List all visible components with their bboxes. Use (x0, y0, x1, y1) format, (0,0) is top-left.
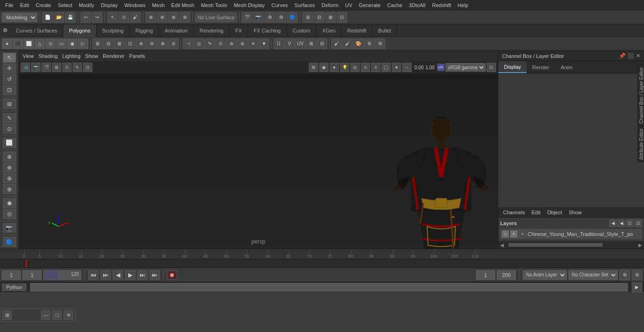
menu-modify[interactable]: Modify (75, 1, 97, 9)
paint5-button[interactable]: ⚙ (375, 39, 385, 49)
tab-animation[interactable]: Animation (159, 24, 194, 37)
torus-button[interactable]: ⊙ (45, 39, 56, 49)
char-set-select[interactable]: No Character Set (569, 270, 618, 280)
vp-menu-show[interactable]: Show (85, 53, 99, 59)
render1-button[interactable]: 🎬 (242, 12, 252, 23)
offset-button[interactable]: ⊛ (237, 39, 248, 49)
tab-rendering[interactable]: Rendering (194, 24, 230, 37)
tab-custom[interactable]: Custom (287, 24, 317, 37)
vt-btn-4[interactable]: ⊞ (52, 63, 61, 72)
marquee-btn[interactable]: ⬜ (3, 138, 16, 148)
menu-deform[interactable]: Deform (318, 1, 342, 9)
timeline-minibar[interactable]: 120 (43, 270, 81, 280)
vt-btn-2[interactable]: 📷 (31, 63, 41, 72)
vp-menu-shading[interactable]: Shading (39, 53, 58, 59)
cube-button[interactable]: ⬛ (13, 39, 23, 49)
range-start-input[interactable] (476, 270, 495, 280)
tab-sculpting[interactable]: Sculpting (97, 24, 130, 37)
sphere-button[interactable]: ● (2, 39, 12, 49)
uv2-button[interactable]: V (284, 39, 295, 49)
tab-rigging[interactable]: Rigging (130, 24, 159, 37)
tab-anim[interactable]: Anim (555, 61, 578, 73)
redo-button[interactable]: ↪ (92, 12, 102, 23)
vt-btn-light[interactable]: 💡 (340, 63, 349, 72)
float-minimize-button[interactable]: — (41, 310, 50, 320)
playback-settings-button[interactable]: ⚙ (632, 270, 642, 280)
vt-btn-dof[interactable]: ◯ (381, 63, 391, 72)
layer-btn-2[interactable]: ◀ (618, 219, 625, 227)
vp-menu-panels[interactable]: Panels (129, 53, 145, 59)
delete-button[interactable]: ✕ (248, 39, 258, 49)
timeline-ruler[interactable]: 0 5 10 15 20 25 30 35 40 45 50 55 60 65 … (0, 249, 644, 259)
layout4-button[interactable]: ⊡ (337, 12, 347, 23)
channel-box-content[interactable] (498, 73, 644, 207)
channel-box-side-tab[interactable]: Channel Box / Layer Editor (637, 65, 644, 126)
menu-edit[interactable]: Edit (17, 1, 33, 9)
scale-tool-btn[interactable]: ⊡ (3, 85, 16, 95)
tab-polygons[interactable]: Polygons (63, 24, 96, 37)
paint4-button[interactable]: ⚙ (364, 39, 374, 49)
transform-tool-btn[interactable]: ✛ (3, 64, 16, 73)
select-tool-button[interactable]: ↖ (107, 12, 118, 23)
tab-display[interactable]: Display (498, 61, 527, 73)
scrollbar-thumb[interactable] (508, 243, 603, 247)
menu-cache[interactable]: Cache (384, 1, 405, 9)
layout2-button[interactable]: ⊟ (314, 12, 324, 23)
mirror-button[interactable]: ⊣ (183, 39, 193, 49)
bridge-button[interactable]: ⊟ (103, 39, 114, 49)
snap-point-btn[interactable]: ⊕ (3, 173, 16, 183)
save-file-button[interactable]: 💾 (65, 12, 75, 23)
vt-btn-ao[interactable]: ● (392, 63, 401, 72)
menu-display[interactable]: Display (98, 1, 121, 9)
float-close-button[interactable]: ✕ (64, 310, 73, 320)
vt-btn-1[interactable]: 📹 (21, 63, 30, 72)
sculpt2-btn[interactable]: ◎ (3, 209, 16, 219)
tab-redshift[interactable]: Redshift (342, 24, 372, 37)
menu-create[interactable]: Create (33, 1, 55, 9)
paint2-button[interactable]: 🖌 (342, 39, 353, 49)
panel-expand-button[interactable]: ⬛ (627, 53, 634, 59)
auto-key-button[interactable]: ⏺ (167, 270, 177, 280)
paint1-button[interactable]: 🖌 (331, 39, 342, 49)
last-tool-btn[interactable]: ⊞ (3, 99, 16, 109)
quick-select-btn[interactable]: 🔵 (3, 237, 16, 247)
layer-edit-btn[interactable]: ✎ (519, 231, 526, 237)
layer-btn-3[interactable]: ⊡ (626, 219, 634, 227)
go-end-button[interactable]: ⏭ (149, 270, 160, 280)
render4-button[interactable]: ⚙ (276, 12, 286, 23)
cb-menu-edit[interactable]: Edit (528, 210, 543, 215)
step-back-button[interactable]: ⏭ (100, 270, 111, 280)
paint3-button[interactable]: 🎨 (353, 39, 363, 49)
panel-close-button[interactable]: ✕ (636, 53, 640, 59)
snap4-button[interactable]: ⊕ (180, 12, 190, 23)
snap-curve-btn[interactable]: ⊕ (3, 162, 16, 172)
python-tab[interactable]: Python (2, 283, 26, 291)
select-tool-btn[interactable]: ↖ (3, 53, 16, 63)
tab-render[interactable]: Render (527, 61, 555, 73)
current-frame-input[interactable] (23, 270, 41, 280)
scroll-left-arrow[interactable]: ◀ (498, 243, 506, 248)
snap1-button[interactable]: ⊕ (146, 12, 156, 23)
vp-menu-view[interactable]: View (23, 53, 34, 59)
menu-windows[interactable]: Windows (121, 1, 149, 9)
start-frame-input[interactable] (2, 270, 21, 280)
vt-btn-smooth[interactable]: ● (330, 63, 339, 72)
soft-select-btn[interactable]: ⊙ (3, 124, 16, 134)
render2-button[interactable]: 📷 (253, 12, 264, 23)
menu-select[interactable]: Select (55, 1, 76, 9)
plane-button[interactable]: ▭ (56, 39, 66, 49)
menu-edit-mesh[interactable]: Edit Mesh (168, 1, 198, 9)
rotate-tool-btn[interactable]: ↺ (3, 74, 16, 84)
scroll-right-arrow[interactable]: ▶ (636, 243, 644, 248)
script-run-button[interactable]: ▶ (632, 282, 642, 292)
vt-btn-fog[interactable]: ≡ (371, 63, 380, 72)
layer-btn-1[interactable]: ◀ (609, 219, 617, 227)
combine-button[interactable]: ⊗ (157, 39, 168, 49)
tab-xgen[interactable]: XGen (316, 24, 341, 37)
vt-btn-aa[interactable]: A (361, 63, 370, 72)
snap2-button[interactable]: ⊕ (157, 12, 167, 23)
tab-curves-surfaces[interactable]: Curves / Surfaces (10, 24, 63, 37)
vt-btn-6[interactable]: ✎ (73, 63, 82, 72)
horizontal-scrollbar[interactable] (506, 242, 636, 248)
vt-btn-7[interactable]: ⊡ (83, 63, 92, 72)
